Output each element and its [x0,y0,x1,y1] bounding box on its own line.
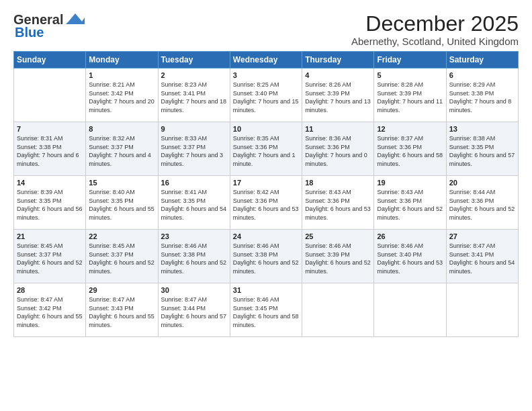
table-row: 20Sunrise: 8:44 AM Sunset: 3:36 PM Dayli… [446,176,518,230]
col-monday: Monday [86,52,158,68]
col-tuesday: Tuesday [158,52,230,68]
page-title: December 2025 [351,12,519,36]
day-number: 15 [89,179,154,187]
day-number: 1 [89,71,154,79]
table-row: 18Sunrise: 8:43 AM Sunset: 3:36 PM Dayli… [302,176,374,230]
day-number: 14 [17,179,83,187]
day-info: Sunrise: 8:46 AM Sunset: 3:38 PM Dayligh… [233,242,299,275]
svg-marker-0 [66,13,85,24]
table-row: 14Sunrise: 8:39 AM Sunset: 3:35 PM Dayli… [14,176,86,230]
day-info: Sunrise: 8:47 AM Sunset: 3:42 PM Dayligh… [17,295,83,329]
day-info: Sunrise: 8:45 AM Sunset: 3:37 PM Dayligh… [17,242,83,275]
table-row: 28Sunrise: 8:47 AM Sunset: 3:42 PM Dayli… [14,283,86,337]
day-number: 25 [305,232,371,240]
day-info: Sunrise: 8:37 AM Sunset: 3:36 PM Dayligh… [377,134,443,168]
day-info: Sunrise: 8:25 AM Sunset: 3:40 PM Dayligh… [233,81,299,114]
day-info: Sunrise: 8:40 AM Sunset: 3:35 PM Dayligh… [89,188,154,222]
day-info: Sunrise: 8:42 AM Sunset: 3:36 PM Dayligh… [233,188,299,222]
day-info: Sunrise: 8:46 AM Sunset: 3:40 PM Dayligh… [377,242,443,275]
day-info: Sunrise: 8:44 AM Sunset: 3:36 PM Dayligh… [449,188,515,222]
day-info: Sunrise: 8:28 AM Sunset: 3:39 PM Dayligh… [377,81,443,114]
day-info: Sunrise: 8:47 AM Sunset: 3:41 PM Dayligh… [449,242,515,275]
day-number: 22 [89,232,154,240]
header-row: Sunday Monday Tuesday Wednesday Thursday… [14,52,519,68]
logo: General Blue [13,12,85,40]
col-wednesday: Wednesday [230,52,302,68]
table-row: 23Sunrise: 8:46 AM Sunset: 3:38 PM Dayli… [158,230,230,283]
day-number: 6 [449,71,515,79]
table-row: 11Sunrise: 8:36 AM Sunset: 3:36 PM Dayli… [302,122,374,176]
day-number: 4 [305,71,371,79]
day-info: Sunrise: 8:43 AM Sunset: 3:36 PM Dayligh… [305,188,371,222]
logo-blue: Blue [15,25,44,40]
day-info: Sunrise: 8:29 AM Sunset: 3:38 PM Dayligh… [449,81,515,114]
day-info: Sunrise: 8:39 AM Sunset: 3:35 PM Dayligh… [17,188,83,222]
table-row [302,283,374,337]
day-number: 24 [233,232,299,240]
title-block: December 2025 Abernethy, Scotland, Unite… [351,12,519,47]
day-number: 19 [377,179,443,187]
table-row: 26Sunrise: 8:46 AM Sunset: 3:40 PM Dayli… [374,230,446,283]
header: General Blue December 2025 Abernethy, Sc… [13,12,519,47]
day-info: Sunrise: 8:41 AM Sunset: 3:35 PM Dayligh… [161,188,227,222]
table-row: 1Sunrise: 8:21 AM Sunset: 3:42 PM Daylig… [86,68,158,122]
col-sunday: Sunday [14,52,86,68]
day-number: 16 [161,179,227,187]
day-number: 2 [161,71,227,79]
col-thursday: Thursday [302,52,374,68]
day-info: Sunrise: 8:46 AM Sunset: 3:45 PM Dayligh… [233,295,299,329]
day-number: 31 [233,286,299,294]
table-row: 15Sunrise: 8:40 AM Sunset: 3:35 PM Dayli… [86,176,158,230]
table-row: 30Sunrise: 8:47 AM Sunset: 3:44 PM Dayli… [158,283,230,337]
day-info: Sunrise: 8:31 AM Sunset: 3:38 PM Dayligh… [17,134,83,168]
day-number: 8 [89,125,154,133]
table-row: 4Sunrise: 8:26 AM Sunset: 3:39 PM Daylig… [302,68,374,122]
day-info: Sunrise: 8:26 AM Sunset: 3:39 PM Dayligh… [305,81,371,114]
calendar-table: Sunday Monday Tuesday Wednesday Thursday… [13,51,519,337]
table-row: 31Sunrise: 8:46 AM Sunset: 3:45 PM Dayli… [230,283,302,337]
table-row: 16Sunrise: 8:41 AM Sunset: 3:35 PM Dayli… [158,176,230,230]
table-row: 8Sunrise: 8:32 AM Sunset: 3:37 PM Daylig… [86,122,158,176]
table-row: 3Sunrise: 8:25 AM Sunset: 3:40 PM Daylig… [230,68,302,122]
day-number: 27 [449,232,515,240]
table-row: 27Sunrise: 8:47 AM Sunset: 3:41 PM Dayli… [446,230,518,283]
day-number: 28 [17,286,83,294]
table-row: 2Sunrise: 8:23 AM Sunset: 3:41 PM Daylig… [158,68,230,122]
day-info: Sunrise: 8:23 AM Sunset: 3:41 PM Dayligh… [161,81,227,114]
table-row [374,283,446,337]
day-number: 18 [305,179,371,187]
day-number: 3 [233,71,299,79]
day-number: 17 [233,179,299,187]
table-row: 10Sunrise: 8:35 AM Sunset: 3:36 PM Dayli… [230,122,302,176]
table-row: 24Sunrise: 8:46 AM Sunset: 3:38 PM Dayli… [230,230,302,283]
day-info: Sunrise: 8:21 AM Sunset: 3:42 PM Dayligh… [89,81,154,114]
day-number: 12 [377,125,443,133]
logo-icon [66,12,85,24]
day-number: 11 [305,125,371,133]
day-info: Sunrise: 8:47 AM Sunset: 3:43 PM Dayligh… [89,295,154,329]
table-row: 25Sunrise: 8:46 AM Sunset: 3:39 PM Dayli… [302,230,374,283]
day-number: 30 [161,286,227,294]
table-row: 22Sunrise: 8:45 AM Sunset: 3:37 PM Dayli… [86,230,158,283]
table-row [14,68,86,122]
day-info: Sunrise: 8:46 AM Sunset: 3:38 PM Dayligh… [161,242,227,275]
day-number: 23 [161,232,227,240]
day-number: 13 [449,125,515,133]
day-number: 21 [17,232,83,240]
table-row: 5Sunrise: 8:28 AM Sunset: 3:39 PM Daylig… [374,68,446,122]
day-number: 5 [377,71,443,79]
table-row: 19Sunrise: 8:43 AM Sunset: 3:36 PM Dayli… [374,176,446,230]
table-row [446,283,518,337]
day-info: Sunrise: 8:46 AM Sunset: 3:39 PM Dayligh… [305,242,371,275]
page-subtitle: Abernethy, Scotland, United Kingdom [351,36,519,47]
table-row: 7Sunrise: 8:31 AM Sunset: 3:38 PM Daylig… [14,122,86,176]
col-saturday: Saturday [446,52,518,68]
day-number: 29 [89,286,154,294]
table-row: 29Sunrise: 8:47 AM Sunset: 3:43 PM Dayli… [86,283,158,337]
day-info: Sunrise: 8:43 AM Sunset: 3:36 PM Dayligh… [377,188,443,222]
day-number: 26 [377,232,443,240]
day-info: Sunrise: 8:47 AM Sunset: 3:44 PM Dayligh… [161,295,227,329]
table-row: 12Sunrise: 8:37 AM Sunset: 3:36 PM Dayli… [374,122,446,176]
table-row: 13Sunrise: 8:38 AM Sunset: 3:35 PM Dayli… [446,122,518,176]
day-number: 9 [161,125,227,133]
